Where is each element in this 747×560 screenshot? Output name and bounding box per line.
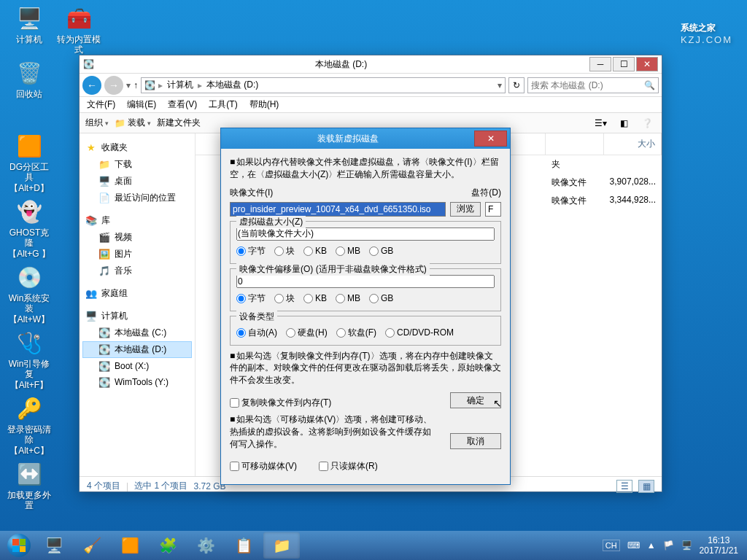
ok-button[interactable]: 确定↖ (450, 392, 501, 408)
copy-to-ram-checkbox[interactable]: 复制映像文件到内存(T) (230, 397, 331, 409)
refresh-button[interactable]: ↻ (508, 77, 525, 93)
taskbar-explorer[interactable]: 📁 (263, 532, 300, 559)
breadcrumb-computer[interactable]: 计算机 (166, 79, 195, 91)
preview-pane-button[interactable]: ◧ (615, 118, 632, 128)
up-button[interactable]: ↑ (133, 80, 138, 90)
offset-unit-gb[interactable]: GB (369, 292, 393, 305)
removable-checkbox[interactable]: 可移动媒体(V) (230, 460, 297, 472)
mount-menu[interactable]: 📁装载 (115, 117, 151, 129)
menu-file[interactable]: 文件(F) (84, 97, 118, 112)
sidebar-favorites[interactable]: ★收藏夹 (82, 139, 192, 156)
drive-letter-input[interactable] (485, 202, 501, 217)
desktop-icon-recycle-bin[interactable]: 🗑️回收站 (7, 58, 51, 99)
sidebar-computer[interactable]: 🖥️计算机 (82, 308, 192, 324)
sidebar-item-music[interactable]: 🎵音乐 (82, 262, 192, 279)
browse-button[interactable]: 浏览 (450, 202, 481, 217)
sidebar-item-recent[interactable]: 📄最近访问的位置 (82, 190, 192, 206)
taskbar-app-4[interactable]: 🧩 (150, 532, 186, 559)
address-dropdown[interactable]: ▾ (498, 80, 502, 90)
history-dropdown[interactable]: ▾ (126, 80, 131, 90)
desktop-icon-builtin-mode[interactable]: 🧰转为内置模式 (57, 4, 101, 55)
column-type[interactable] (546, 133, 604, 155)
taskbar-app-1[interactable]: 🖥️ (36, 532, 72, 559)
menu-edit[interactable]: 编辑(E) (124, 97, 159, 112)
ime-indicator[interactable]: CH (603, 540, 620, 551)
star-icon: ★ (85, 142, 97, 154)
readonly-checkbox[interactable]: 只读媒体(R) (319, 460, 378, 472)
column-size[interactable]: 大小 (604, 133, 662, 155)
desktop-icon-bootrepair[interactable]: 🩺Win引导修复 【Alt+F】 (7, 328, 51, 390)
sidebar-item-drive-y[interactable]: 💽WimTools (Y:) (82, 374, 192, 390)
keyboard-icon[interactable]: ⌨ (627, 540, 640, 551)
help-button[interactable]: ❔ (638, 118, 656, 128)
device-floppy[interactable]: 软盘(F) (336, 327, 376, 339)
sidebar-item-desktop[interactable]: 🖥️桌面 (82, 173, 192, 190)
sidebar-item-videos[interactable]: 🎬视频 (82, 229, 192, 246)
sidebar-libraries[interactable]: 📚库 (82, 212, 192, 229)
offset-unit-byte[interactable]: 字节 (236, 292, 266, 305)
dialog-titlebar[interactable]: 装载新虚拟磁盘 ✕ (221, 128, 510, 149)
display-icon[interactable]: 🖥️ (681, 540, 692, 551)
sidebar-item-drive-x[interactable]: 💽Boot (X:) (82, 358, 192, 374)
taskbar-app-5[interactable]: ⚙️ (187, 532, 224, 559)
sidebar-item-downloads[interactable]: 📁下载 (82, 156, 192, 173)
taskbar-app-6[interactable]: 📋 (225, 532, 262, 559)
sidebar-item-pictures[interactable]: 🖼️图片 (82, 246, 192, 262)
dialog-close-button[interactable]: ✕ (474, 131, 507, 147)
breadcrumb-drive[interactable]: 本地磁盘 (D:) (205, 79, 260, 91)
offset-input[interactable] (236, 275, 495, 288)
close-button[interactable]: ✕ (636, 57, 658, 71)
view-options-button[interactable]: ☰▾ (592, 118, 609, 128)
clock[interactable]: 16:132017/1/21 (700, 535, 738, 556)
image-file-input[interactable] (230, 202, 446, 217)
unit-block[interactable]: 块 (274, 245, 295, 257)
menu-help[interactable]: 帮助(H) (247, 97, 282, 112)
desktop-icon-wininstall[interactable]: 💿Win系统安装 【Alt+W】 (7, 262, 51, 324)
vdisk-size-input[interactable] (236, 228, 495, 241)
offset-legend: 映像文件偏移量(O) (适用于非磁盘映像文件格式) (236, 263, 430, 276)
menu-tools[interactable]: 工具(T) (206, 97, 240, 112)
unit-mb[interactable]: MB (336, 245, 360, 257)
homegroup-icon: 👥 (85, 288, 97, 300)
desktop-icon-diskgenius[interactable]: 🟧DG分区工具 【Alt+D】 (7, 131, 51, 193)
offset-unit-block[interactable]: 块 (274, 292, 295, 305)
menu-view[interactable]: 查看(V) (165, 97, 200, 112)
flag-icon[interactable]: 🏳️ (663, 540, 674, 551)
sidebar-homegroup[interactable]: 👥家庭组 (82, 285, 192, 302)
search-input[interactable] (531, 80, 644, 90)
organize-menu[interactable]: 组织 (85, 117, 109, 129)
offset-unit-mb[interactable]: MB (336, 292, 360, 305)
offset-unit-kb[interactable]: KB (303, 292, 327, 305)
toolbox-icon: 🧰 (64, 4, 93, 33)
minimize-button[interactable]: ─ (589, 57, 611, 71)
search-box[interactable]: 🔍 (527, 77, 659, 93)
taskbar: 🖥️ 🧹 🟧 🧩 ⚙️ 📋 📁 CH ⌨ ▲ 🏳️ 🖥️ 16:132017/1… (0, 531, 747, 560)
device-auto[interactable]: 自动(A) (236, 327, 277, 339)
start-button[interactable] (3, 532, 35, 559)
unit-kb[interactable]: KB (303, 245, 327, 257)
vdisk-size-legend: 虚拟磁盘大小(Z) (236, 216, 306, 228)
unit-gb[interactable]: GB (369, 245, 393, 257)
new-folder-button[interactable]: 新建文件夹 (157, 117, 201, 129)
desktop-icon-loadmore[interactable]: ↔️加载更多外置 (7, 459, 51, 511)
device-hdd[interactable]: 硬盘(H) (286, 327, 328, 339)
taskbar-app-2[interactable]: 🧹 (74, 532, 110, 559)
explorer-titlebar[interactable]: 💽 本地磁盘 (D:) ─ ☐ ✕ (80, 55, 662, 74)
cancel-button[interactable]: 取消 (450, 433, 501, 449)
view-icons-button[interactable]: ▦ (638, 480, 654, 493)
view-details-button[interactable]: ☰ (616, 480, 632, 493)
back-button[interactable]: ← (82, 76, 101, 95)
tray-expand-icon[interactable]: ▲ (647, 540, 656, 551)
device-cd[interactable]: CD/DVD-ROM (385, 327, 454, 339)
maximize-button[interactable]: ☐ (613, 57, 635, 71)
sidebar-item-drive-c[interactable]: 💽本地磁盘 (C:) (82, 324, 192, 341)
sidebar-item-drive-d[interactable]: 💽本地磁盘 (D:) (82, 341, 192, 358)
forward-button[interactable]: → (104, 76, 123, 95)
desktop-icon: 🖥️ (98, 176, 110, 187)
taskbar-app-3[interactable]: 🟧 (112, 532, 148, 559)
unit-byte[interactable]: 字节 (236, 245, 266, 257)
desktop-icon-computer[interactable]: 🖥️计算机 (7, 4, 51, 44)
desktop-icon-password[interactable]: 🔑登录密码清除 【Alt+C】 (7, 394, 51, 456)
desktop-icon-ghost[interactable]: 👻GHOST克隆 【Alt+G 】 (7, 197, 51, 259)
address-bar[interactable]: 💽 ▸ 计算机 ▸ 本地磁盘 (D:) ▾ (141, 77, 506, 93)
